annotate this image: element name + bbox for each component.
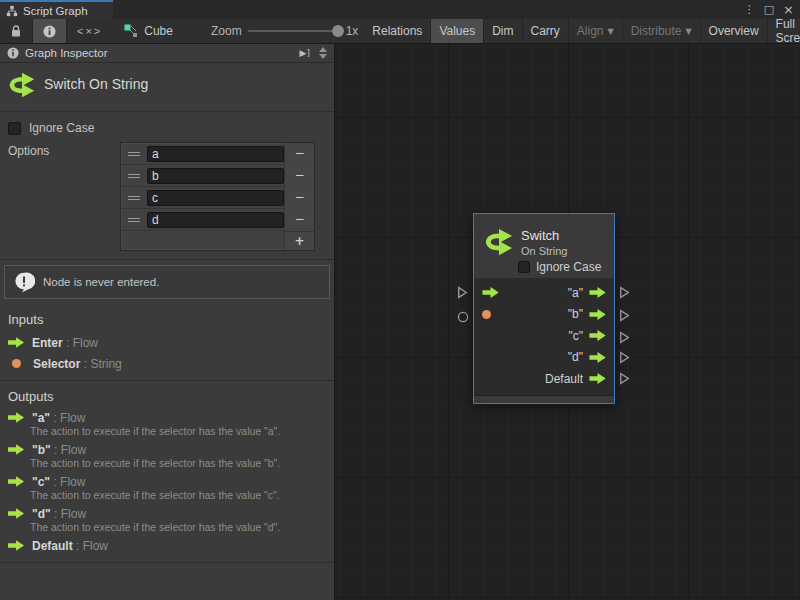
- fullscreen-label: Full Screen: [776, 17, 800, 45]
- zoom-value: 1x: [346, 24, 359, 38]
- output-d-connector-icon[interactable]: [619, 351, 630, 364]
- separator: :: [50, 475, 60, 489]
- graph-owner-label: Cube: [144, 24, 173, 38]
- outputs-header: Outputs: [8, 389, 334, 405]
- node-title: Switch: [521, 228, 559, 243]
- output-row: "d" : Flow: [8, 507, 334, 520]
- spin-up-icon[interactable]: [319, 47, 327, 52]
- flow-arrow-icon: [8, 337, 24, 348]
- maximize-icon[interactable]: □: [764, 0, 774, 19]
- node-resize-handle[interactable]: [474, 395, 614, 403]
- output-a-port-icon[interactable]: [589, 287, 606, 298]
- option-input[interactable]: b: [147, 168, 284, 184]
- output-row: "b" : Flow: [8, 443, 334, 456]
- zoom-slider[interactable]: [248, 30, 340, 32]
- option-input[interactable]: c: [147, 190, 284, 206]
- output-name: Default: [32, 539, 73, 553]
- fullscreen-button[interactable]: Full Screen: [768, 19, 800, 43]
- remove-option-button[interactable]: −: [284, 187, 314, 209]
- output-b-port-icon[interactable]: [589, 309, 606, 320]
- flow-arrow-icon: [8, 412, 24, 423]
- input-type: Flow: [73, 336, 98, 350]
- selector-port-icon[interactable]: [482, 310, 491, 319]
- output-port-label: "b": [568, 307, 583, 321]
- option-add-row: +: [121, 231, 314, 250]
- node-port-row: "b": [474, 304, 614, 326]
- chevron-down-icon: ▼: [608, 27, 614, 36]
- node-ignore-case-label: Ignore Case: [536, 260, 601, 274]
- lock-button[interactable]: [0, 19, 33, 43]
- chevron-down-icon: ▼: [685, 27, 691, 36]
- output-type: Flow: [60, 475, 85, 489]
- drag-handle-icon[interactable]: [121, 174, 147, 178]
- separator: :: [63, 336, 73, 350]
- unit-title: Switch On String: [44, 76, 148, 92]
- inspector-toggle-button[interactable]: [33, 19, 67, 43]
- option-input[interactable]: d: [147, 212, 284, 228]
- align-dropdown[interactable]: Align ▼: [569, 19, 623, 43]
- distribute-dropdown[interactable]: Distribute ▼: [623, 19, 701, 43]
- selector-port-connector-icon[interactable]: [457, 311, 469, 323]
- output-default-connector-icon[interactable]: [619, 372, 630, 385]
- ignore-case-label: Ignore Case: [29, 121, 94, 135]
- remove-option-button[interactable]: −: [284, 209, 314, 231]
- output-description: The action to execute if the selector ha…: [30, 425, 334, 437]
- graph-owner-icon: [124, 24, 138, 38]
- tab-script-graph[interactable]: Script Graph: [0, 0, 113, 19]
- output-type: Flow: [83, 539, 108, 553]
- switch-on-string-node[interactable]: Switch On String Ignore Case "a": [473, 213, 615, 404]
- lock-icon: [10, 25, 22, 38]
- input-name: Selector: [33, 357, 80, 371]
- output-type: Flow: [61, 507, 86, 521]
- panel-spinner: [316, 47, 330, 59]
- window-menu-icon[interactable]: ⋮: [744, 0, 755, 19]
- separator: :: [73, 539, 83, 553]
- graph-owner-item[interactable]: Cube: [118, 19, 179, 43]
- enter-port-icon[interactable]: [482, 287, 499, 298]
- output-a-connector-icon[interactable]: [619, 286, 630, 299]
- output-name: "a": [32, 411, 50, 425]
- outputs-section: Outputs "a" : Flow The action to execute…: [0, 381, 334, 563]
- enter-port-connector-icon[interactable]: [457, 286, 468, 299]
- drag-handle-icon[interactable]: [121, 196, 147, 200]
- output-c-connector-icon[interactable]: [619, 331, 630, 344]
- separator: :: [51, 507, 61, 521]
- add-option-button[interactable]: +: [284, 231, 314, 250]
- remove-option-button[interactable]: −: [284, 143, 314, 165]
- distribute-label: Distribute: [631, 24, 682, 38]
- inspector-title: Graph Inspector: [25, 47, 294, 59]
- output-type: Flow: [61, 443, 86, 457]
- string-value-icon: [12, 359, 21, 368]
- flow-arrow-icon: [8, 444, 24, 455]
- relations-button[interactable]: Relations: [364, 19, 431, 43]
- graph-canvas[interactable]: Switch On String Ignore Case "a": [335, 44, 800, 600]
- node-body: "a" "b" "c": [474, 278, 614, 390]
- dock-panel-icon[interactable]: ▶]: [300, 48, 310, 58]
- output-d-port-icon[interactable]: [589, 352, 606, 363]
- carry-button[interactable]: Carry: [523, 19, 569, 43]
- carry-label: Carry: [531, 24, 560, 38]
- code-icon: <×>: [77, 25, 102, 37]
- warning-icon: [13, 271, 35, 293]
- spin-down-icon[interactable]: [319, 54, 327, 59]
- dim-button[interactable]: Dim: [484, 19, 522, 43]
- output-c-port-icon[interactable]: [589, 330, 606, 341]
- remove-option-button[interactable]: −: [284, 165, 314, 187]
- drag-handle-icon[interactable]: [121, 152, 147, 156]
- code-preview-button[interactable]: <×>: [67, 19, 112, 43]
- ignore-case-checkbox[interactable]: [8, 122, 21, 135]
- output-port-label: "d": [568, 350, 583, 364]
- zoom-slider-knob[interactable]: [332, 25, 344, 37]
- output-b-connector-icon[interactable]: [619, 309, 630, 322]
- node-ignore-case-checkbox[interactable]: [518, 261, 530, 273]
- node-header[interactable]: Switch On String Ignore Case: [474, 214, 614, 278]
- overview-button[interactable]: Overview: [701, 19, 768, 43]
- option-input[interactable]: a: [147, 146, 284, 162]
- output-description: The action to execute if the selector ha…: [30, 489, 334, 501]
- output-default-port-icon[interactable]: [589, 373, 606, 384]
- graph-toolbar: <×> Cube Zoom 1x Relations Values Dim Ca…: [0, 19, 800, 44]
- drag-handle-icon[interactable]: [121, 218, 147, 222]
- values-button[interactable]: Values: [431, 19, 484, 43]
- output-name: "d": [32, 507, 51, 521]
- node-port-row: "a": [474, 282, 614, 304]
